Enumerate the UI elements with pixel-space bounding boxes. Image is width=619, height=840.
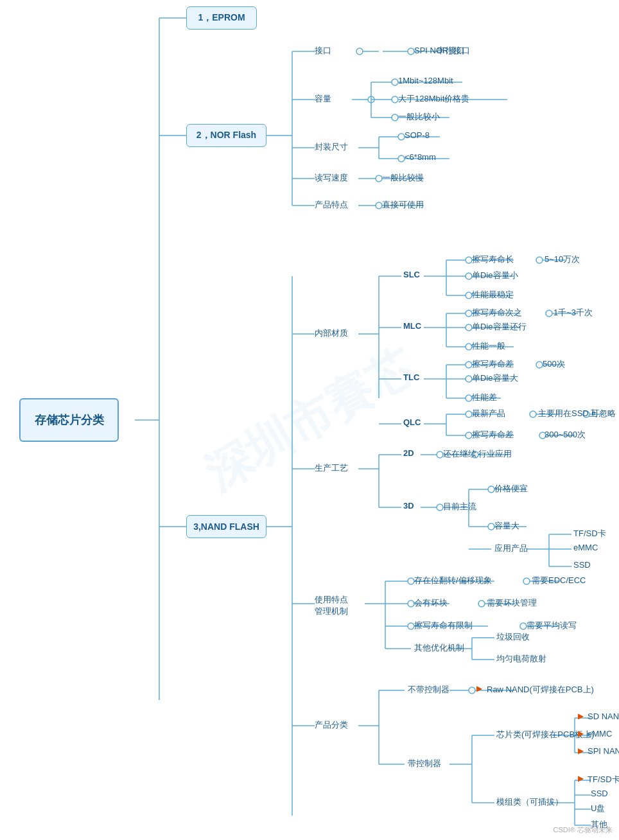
nor-pkg-label: 封装尺寸	[315, 141, 348, 153]
eprom-label: 1，EPROM	[198, 12, 245, 24]
proc-3d-app3: SSD	[573, 560, 591, 570]
tlc-val1r: 500次	[543, 358, 565, 370]
nand-prod-label: 产品分类	[315, 719, 348, 731]
svg-point-31	[398, 134, 405, 140]
prod-chip3: SPI NAND	[588, 746, 619, 756]
svg-point-122	[488, 523, 494, 530]
tlc-val3: 性能差	[472, 392, 497, 403]
mlc-val2: 单Die容量还行	[472, 321, 527, 333]
nand-use-label: 使用特点 管理机制	[315, 594, 348, 617]
proc-2d-valr: 行业应用	[478, 448, 512, 460]
nand-node: 3,NAND FLASH	[186, 515, 266, 538]
svg-point-147	[520, 623, 527, 629]
slc-val3: 性能最稳定	[472, 289, 514, 301]
nor-interface-val2: 串行接口	[437, 45, 470, 57]
qlc-val1m: 主要用在SSD上	[538, 408, 597, 419]
nand-proc-label: 生产工艺	[315, 462, 348, 474]
svg-point-20	[392, 79, 398, 85]
svg-point-137	[408, 578, 414, 584]
prod-mod3: U盘	[591, 803, 605, 814]
tlc-val1: 擦写寿命差	[472, 358, 514, 370]
svg-point-56	[466, 292, 472, 299]
svg-point-60	[536, 257, 543, 263]
main-node: 存储芯片分类	[19, 398, 119, 442]
brand-text: CSDI® 芯驱动未来	[554, 825, 613, 835]
svg-point-145	[478, 600, 485, 607]
svg-point-11	[408, 48, 414, 55]
proc-3d-app1: TF/SD卡	[573, 528, 606, 539]
nor-label: 2，NOR Flash	[196, 130, 256, 141]
svg-point-32	[398, 155, 405, 162]
emmc-flag: ▶	[578, 729, 584, 738]
watermark: 深圳市賽芯	[194, 335, 425, 504]
mlc-val1: 擦写寿命次之	[472, 307, 522, 319]
svg-point-143	[523, 578, 530, 584]
nor-rw-label: 读写速度	[315, 172, 348, 184]
nor-node: 2，NOR Flash	[186, 124, 266, 147]
qlc-val1r: 可忽略	[591, 408, 616, 419]
svg-point-159	[469, 687, 475, 694]
nor-pkg-val2: <6*8mm	[405, 152, 436, 162]
prod-no-ctrl: 不带控制器	[408, 684, 449, 696]
use-val1r: 需要EDC/ECC	[532, 575, 586, 586]
use-val2r: 需要坏块管理	[487, 597, 537, 609]
mlc-val1r: 1千~3千次	[554, 307, 593, 319]
prod-mod: 模组类（可插拔）	[496, 796, 563, 808]
mlc-val3: 性能一般	[472, 340, 505, 352]
raw-nand-flag: ▶	[476, 684, 482, 693]
qlc-val1: 最新产品	[472, 408, 505, 419]
use-other2: 均匀电荷散射	[496, 653, 546, 665]
nand-mat-label: 内部材质	[315, 328, 348, 339]
tlc-val2: 单Die容量大	[472, 372, 518, 384]
nor-cap-val3: 一般比较小	[398, 111, 440, 123]
sd-nand-flag: ▶	[578, 712, 584, 721]
svg-point-116	[437, 504, 443, 511]
prod-no-ctrl-val: Raw NAND(可焊接在PCB上)	[487, 684, 594, 696]
diagram-container: 深圳市賽芯	[0, 0, 619, 840]
tlc-label: TLC	[403, 372, 419, 382]
svg-point-41	[376, 202, 382, 209]
tfsd-flag: ▶	[578, 774, 584, 783]
svg-point-121	[488, 486, 494, 493]
svg-point-69	[466, 324, 472, 331]
svg-point-37	[376, 175, 382, 182]
svg-point-83	[466, 376, 472, 382]
nor-rw-val: 一般比较慢	[382, 172, 424, 184]
nor-feat-label: 产品特点	[315, 199, 348, 211]
use-val3: 擦写寿命有限制	[414, 620, 473, 631]
svg-point-139	[408, 623, 414, 629]
nor-cap-val2: 大于128Mbit价格贵	[398, 93, 469, 105]
qlc-val2r: 300~500次	[545, 429, 586, 441]
prod-chip1: SD NAND	[588, 712, 619, 721]
use-val3r: 需要平均读写	[527, 620, 577, 631]
nand-label: 3,NAND FLASH	[193, 521, 259, 532]
slc-val1: 擦写寿命长	[472, 254, 514, 265]
svg-point-110	[437, 451, 443, 458]
prod-mod2: SSD	[591, 789, 608, 798]
svg-point-95	[466, 411, 472, 417]
proc-3d-val1: 价格便宜	[494, 483, 528, 494]
nor-cap-val1: 1Mbit~128Mbit	[398, 76, 453, 85]
svg-point-99	[530, 411, 536, 417]
slc-label: SLC	[403, 270, 420, 279]
proc-3d-app2: eMMC	[573, 543, 598, 552]
prod-mod1: TF/SD卡	[588, 774, 619, 785]
prod-with-ctrl: 带控制器	[408, 758, 441, 769]
nor-feat-val: 直接可使用	[382, 199, 424, 211]
nor-cap-label: 容量	[315, 93, 331, 105]
main-label: 存储芯片分类	[35, 412, 104, 428]
slc-val1r: 5~10万次	[545, 254, 580, 265]
svg-point-84	[466, 395, 472, 401]
svg-point-138	[408, 600, 414, 607]
svg-point-70	[466, 344, 472, 350]
svg-point-54	[466, 257, 472, 263]
svg-point-55	[466, 273, 472, 279]
nor-interface-label: 接口	[315, 45, 331, 57]
proc-3d-label: 3D	[403, 501, 414, 511]
proc-3d-val: 目前主流	[443, 501, 476, 512]
spi-nand-flag: ▶	[578, 746, 584, 755]
eprom-node: 1，EPROM	[186, 6, 257, 30]
use-other1: 垃圾回收	[496, 631, 530, 643]
qlc-label: QLC	[403, 417, 421, 427]
svg-point-96	[466, 432, 472, 439]
